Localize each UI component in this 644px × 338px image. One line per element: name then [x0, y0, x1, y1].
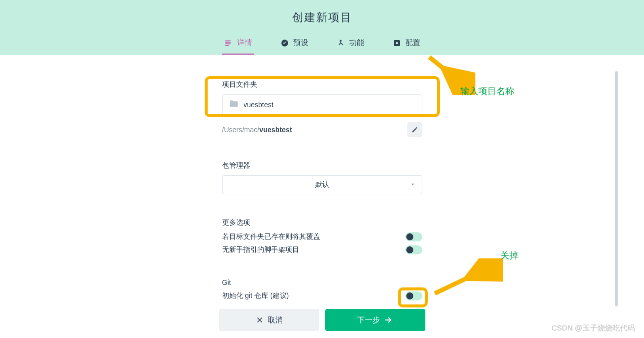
- merge-icon: [336, 39, 345, 48]
- project-name-input[interactable]: [244, 101, 416, 109]
- tab-label: 预设: [293, 38, 308, 48]
- watermark: CSDN @玉子烧烧吃代码: [551, 323, 635, 333]
- pencil-icon: [411, 126, 418, 133]
- main-form: 项目文件夹 /Users/mac/vuesbtest 包管理器 默认 更多选项 …: [222, 80, 422, 300]
- project-folder-input-wrap[interactable]: [222, 94, 422, 115]
- tab-config[interactable]: 配置: [390, 34, 422, 55]
- cancel-button[interactable]: 取消: [219, 309, 319, 331]
- arrow-right-icon: [384, 315, 393, 324]
- folder-icon: [229, 100, 239, 110]
- close-icon: [256, 316, 264, 324]
- path-prefix: /Users/mac/: [222, 126, 260, 134]
- header: 创建新项目 详情 预设 功能 配置: [0, 0, 644, 55]
- tab-label: 配置: [405, 38, 420, 48]
- git-label: Git: [222, 278, 422, 286]
- svg-point-2: [395, 42, 398, 44]
- git-section: Git 初始化 git 仓库 (建议): [222, 278, 422, 300]
- cancel-label: 取消: [268, 315, 283, 325]
- tab-details[interactable]: 详情: [222, 34, 254, 55]
- check-icon: [280, 39, 289, 48]
- toggle-bare[interactable]: [405, 245, 422, 254]
- page-title: 创建新项目: [292, 10, 352, 25]
- toggle-git-init[interactable]: [405, 291, 422, 300]
- package-manager-label: 包管理器: [222, 161, 422, 170]
- package-manager-select[interactable]: 默认: [222, 175, 422, 194]
- scroll-thumb[interactable]: [615, 71, 618, 306]
- option-label: 若目标文件夹已存在则将其覆盖: [222, 232, 320, 241]
- tab-label: 功能: [349, 38, 364, 48]
- option-bare: 无新手指引的脚手架项目: [222, 245, 422, 254]
- list-icon: [224, 39, 233, 48]
- option-git-init: 初始化 git 仓库 (建议): [222, 291, 422, 300]
- annotation-toggle: 关掉: [500, 249, 518, 261]
- tab-presets[interactable]: 预设: [278, 34, 310, 55]
- svg-line-4: [435, 263, 498, 293]
- next-button[interactable]: 下一步: [325, 309, 425, 331]
- more-options-label: 更多选项: [222, 218, 422, 227]
- option-label: 无新手指引的脚手架项目: [222, 245, 299, 254]
- annotation-input: 输入项目名称: [460, 85, 514, 97]
- tab-features[interactable]: 功能: [334, 34, 366, 55]
- option-overwrite: 若目标文件夹已存在则将其覆盖: [222, 232, 422, 241]
- next-label: 下一步: [357, 315, 380, 325]
- path-row: /Users/mac/vuesbtest: [222, 122, 422, 137]
- toggle-overwrite[interactable]: [405, 232, 422, 241]
- tab-label: 详情: [237, 38, 252, 48]
- path-name: vuesbtest: [259, 126, 292, 134]
- more-options-section: 更多选项 若目标文件夹已存在则将其覆盖 无新手指引的脚手架项目: [222, 218, 422, 254]
- project-folder-label: 项目文件夹: [222, 80, 422, 89]
- footer: 取消 下一步: [0, 309, 644, 331]
- edit-path-button[interactable]: [407, 122, 422, 137]
- select-value: 默认: [315, 180, 329, 189]
- scrollbar[interactable]: [615, 71, 618, 306]
- package-manager-section: 包管理器 默认: [222, 161, 422, 194]
- arrow-to-toggle: [428, 258, 503, 298]
- option-label: 初始化 git 仓库 (建议): [222, 291, 289, 300]
- chevron-down-icon: [409, 181, 416, 189]
- tabs: 详情 预设 功能 配置: [222, 34, 422, 55]
- settings-icon: [392, 39, 401, 48]
